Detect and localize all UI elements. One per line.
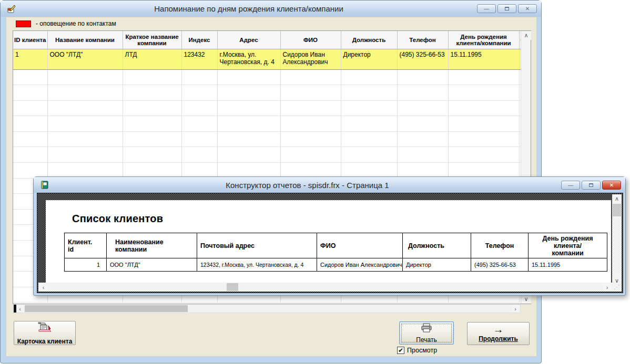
- scroll-up-icon[interactable]: ∧: [521, 31, 531, 40]
- client-row-selected[interactable]: 1 ООО "ЛТД" ЛТД 123432 г.Москва, ул. Чер…: [13, 49, 521, 69]
- report-maximize-icon: [589, 183, 593, 187]
- client-card-icon: [36, 321, 54, 336]
- report-data-row: 1 ООО "ЛТД" 123432, г.Москва, ул. Чертан…: [65, 258, 607, 272]
- report-title: Список клиентов: [72, 213, 163, 225]
- report-close-button[interactable]: ✕: [602, 181, 621, 190]
- resize-grip-icon[interactable]: ⋰: [612, 283, 622, 292]
- report-scroll-left-icon[interactable]: ‹: [39, 283, 47, 292]
- report-col-fio: ФИО: [317, 233, 403, 258]
- client-card-button[interactable]: Карточка клиента: [14, 321, 76, 345]
- preview-label: Просмотр: [407, 347, 437, 354]
- client-card-label: Карточка клиента: [17, 338, 73, 345]
- right-arrow-icon: →: [493, 325, 504, 334]
- table-row-empty: [13, 69, 521, 85]
- continue-button[interactable]: → Продолжить: [467, 322, 530, 345]
- scroll-left-icon[interactable]: ‹: [16, 305, 24, 313]
- report-vscroll-thumb[interactable]: [613, 204, 621, 216]
- table-row-empty: [13, 163, 521, 179]
- report-window-title: Конструктор отчетов - spisdr.frx - Стран…: [54, 181, 561, 190]
- col-header-address[interactable]: Адрес: [217, 31, 280, 49]
- col-header-phone[interactable]: Телефон: [397, 31, 448, 49]
- col-header-index[interactable]: Индекс: [181, 31, 217, 49]
- report-maximize-button[interactable]: [582, 181, 601, 190]
- report-col-position: Должность: [403, 233, 471, 258]
- report-scroll-up-icon[interactable]: ∧: [612, 194, 622, 203]
- minimize-button[interactable]: —: [477, 4, 496, 13]
- report-table: Клиент. id Наименование компании Почтовы…: [64, 233, 607, 272]
- report-col-phone: Телефон: [471, 233, 529, 258]
- scroll-down-icon[interactable]: ∨: [521, 295, 531, 304]
- col-header-company[interactable]: Название компании: [47, 31, 123, 49]
- note-pen-icon: [7, 4, 16, 14]
- report-page: Список клиентов Клиент. id Наименование …: [46, 200, 611, 285]
- legend-red-swatch: [16, 20, 31, 27]
- grid-horizontal-scrollbar[interactable]: ‹ ›: [13, 304, 521, 313]
- report-preview-window: Конструктор отчетов - spisdr.frx - Стран…: [33, 176, 626, 296]
- legend-label: - оповещение по контактам: [36, 20, 116, 27]
- report-book-icon: [40, 180, 49, 190]
- preview-checkbox[interactable]: ✔ Просмотр: [397, 347, 437, 354]
- table-row-empty: [13, 147, 521, 163]
- report-col-company: Наименование компании: [107, 233, 197, 258]
- legend: - оповещение по контактам: [16, 19, 116, 28]
- report-vertical-scrollbar[interactable]: ∧ ∨: [612, 194, 622, 285]
- report-col-client-id: Клиент. id: [65, 233, 107, 258]
- col-header-id[interactable]: ID клиента: [13, 31, 47, 49]
- col-header-birthday[interactable]: День рождения клиента/компании: [448, 31, 519, 49]
- table-row-empty: [13, 116, 521, 132]
- table-row-empty: [13, 100, 521, 116]
- main-window-title: Напоминание по дням рождения клиента/ком…: [21, 4, 477, 13]
- table-row-empty: [13, 131, 521, 147]
- scroll-right-icon[interactable]: ›: [512, 305, 519, 313]
- focus-outline: [401, 324, 452, 342]
- grid-header-row: ID клиента Название компании Краткое наз…: [13, 31, 521, 49]
- col-header-short-name[interactable]: Краткое название компании: [123, 31, 181, 49]
- report-hscroll-thumb[interactable]: [227, 283, 238, 291]
- report-preview-area: Список клиентов Клиент. id Наименование …: [37, 193, 623, 293]
- col-header-position[interactable]: Должность: [341, 31, 397, 49]
- close-button[interactable]: ✕: [518, 4, 537, 13]
- report-scroll-right-icon[interactable]: ›: [603, 283, 611, 292]
- col-header-fio[interactable]: ФИО: [280, 31, 341, 49]
- continue-label: Продолжить: [479, 335, 518, 342]
- checkbox-check-icon[interactable]: ✔: [397, 347, 404, 354]
- maximize-button[interactable]: [497, 4, 516, 13]
- print-button[interactable]: Печать: [399, 321, 454, 345]
- report-horizontal-scrollbar[interactable]: ‹ ›: [38, 283, 612, 292]
- report-col-birthday: День рождения клиента/ компании: [529, 233, 607, 258]
- report-header-row: Клиент. id Наименование компании Почтовы…: [65, 233, 607, 258]
- main-titlebar[interactable]: Напоминание по дням рождения клиента/ком…: [1, 1, 541, 17]
- table-row-empty: [13, 85, 521, 101]
- report-titlebar[interactable]: Конструктор отчетов - spisdr.frx - Стран…: [34, 177, 625, 193]
- report-col-postal-address: Почтовый адрес: [197, 233, 317, 258]
- hscroll-thumb[interactable]: [25, 305, 188, 312]
- report-minimize-button[interactable]: —: [561, 181, 580, 190]
- maximize-icon: [505, 7, 509, 11]
